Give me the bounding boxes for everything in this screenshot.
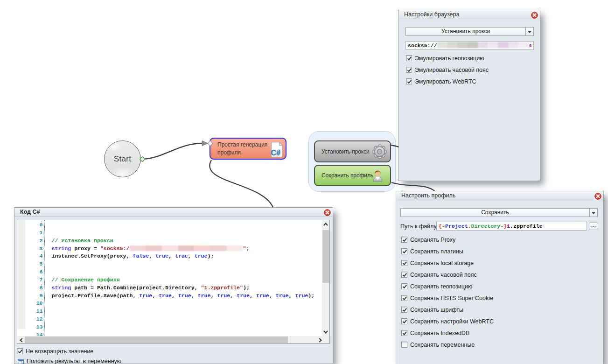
panel-title: Код C#: [20, 208, 40, 217]
browser-settings-panel: Настройки браузера Установить прокси soc…: [398, 10, 540, 181]
checkbox-label: Сохранять переменные: [410, 342, 475, 348]
dropdown-arrow-box[interactable]: [525, 28, 533, 35]
horizontal-scrollbar-thumb[interactable]: [25, 336, 288, 343]
save-dropdown-button[interactable]: Сохранить: [400, 208, 598, 217]
profile-checkbox-2[interactable]: Сохранять local storage: [401, 257, 494, 269]
vertical-scrollbar-thumb[interactable]: [322, 230, 329, 283]
chevron-down-icon: [592, 212, 595, 214]
code-line: // Установка прокси: [52, 237, 315, 245]
profile-checkbox-3[interactable]: Сохранять часовой пояс: [401, 269, 494, 280]
line-number: 13: [17, 323, 43, 331]
checkbox-unchecked-icon[interactable]: [401, 342, 407, 348]
no-return-value-checkbox[interactable]: Не возвращать значение: [17, 345, 93, 357]
person-icon: [372, 169, 383, 182]
checkbox-label: Сохранять IndexedDB: [410, 330, 469, 336]
vertical-scrollbar[interactable]: [322, 220, 329, 336]
code-token: ,: [269, 293, 276, 299]
checkbox-checked-icon[interactable]: [401, 283, 407, 289]
action-label-line2: профиля: [217, 149, 241, 156]
checkbox-checked-icon[interactable]: [401, 237, 407, 243]
code-token: string: [52, 285, 71, 291]
code-token: false: [133, 253, 149, 259]
code-token: string: [52, 245, 71, 252]
code-token: ,: [168, 253, 175, 259]
profile-checkbox-7[interactable]: Сохранять настройки WebRTC: [401, 315, 494, 327]
checkbox-checked-icon[interactable]: [401, 260, 407, 266]
checkbox-checked-icon[interactable]: [401, 248, 407, 254]
checkbox-checked-icon[interactable]: [406, 78, 412, 84]
panel-title: Настройки браузера: [404, 10, 459, 19]
browser-settings-checkbox-list: Эмулировать геопозициюЭмулировать часово…: [406, 52, 489, 87]
dropdown-arrow-box[interactable]: [589, 209, 597, 217]
browser-checkbox-2[interactable]: Эмулировать WebRTC: [406, 76, 489, 87]
profile-checkbox-9[interactable]: Сохранять переменные: [401, 339, 494, 350]
profile-settings-titlebar[interactable]: Настроить профиль: [396, 191, 603, 200]
checkbox-label: Не возвращать значение: [26, 348, 93, 355]
result-row-label: Положить результат в переменную: [27, 358, 121, 364]
code-token: "socks5:/: [100, 245, 130, 252]
scroll-down-icon[interactable]: [323, 330, 328, 334]
proxy-url-field[interactable]: socks5://4:: [405, 41, 534, 50]
code-editor[interactable]: 01234567891011121314 // Установка прокси…: [17, 220, 330, 344]
code-token: true: [256, 293, 269, 299]
scroll-up-icon[interactable]: [323, 222, 328, 226]
checkbox-checked-icon[interactable]: [401, 307, 407, 313]
line-number: 7: [17, 276, 43, 284]
code-line: project.Profile.Save(path, true, true, t…: [52, 292, 315, 300]
checkbox-checked-icon[interactable]: [17, 348, 23, 354]
checkbox-label: Эмулировать геопозицию: [415, 55, 484, 62]
checkbox-checked-icon[interactable]: [401, 295, 407, 301]
profile-checkbox-0[interactable]: Сохранять Proxy: [401, 234, 494, 245]
browser-settings-titlebar[interactable]: Настройки браузера: [399, 10, 540, 19]
profile-checkbox-1[interactable]: Сохранять плагины: [401, 245, 494, 257]
no-return-value-checkbox[interactable]: Не возвращать значение: [17, 345, 93, 357]
code-line: [52, 221, 315, 229]
dropdown-button-label: Сохранить: [401, 209, 589, 217]
browser-checkbox-1[interactable]: Эмулировать часовой пояс: [406, 64, 489, 76]
profile-checkbox-list: Сохранять ProxyСохранять плагиныСохранят…: [401, 234, 494, 350]
scroll-left-icon[interactable]: [19, 337, 23, 343]
panel-title: Настроить профиль: [401, 191, 455, 200]
action-button-set-proxy[interactable]: Установить прокси: [314, 140, 391, 162]
code-text: // Установка проксиstring proxy = "socks…: [52, 221, 315, 339]
checkbox-checked-icon[interactable]: [401, 272, 407, 278]
browse-button[interactable]: ...: [589, 222, 598, 230]
profile-checkbox-6[interactable]: Сохранять шрифты: [401, 304, 494, 315]
code-token: true: [139, 293, 152, 299]
code-panel-titlebar[interactable]: Код C#: [14, 208, 333, 217]
action-button-save-profile[interactable]: Сохранить профиль: [314, 165, 391, 186]
proxy-prefix: socks5://: [408, 42, 437, 49]
code-token: project.Profile.Save(path,: [52, 293, 140, 299]
code-line: string proxy = "socks5:/";: [52, 245, 315, 253]
checkbox-checked-icon[interactable]: [406, 55, 412, 61]
horizontal-scrollbar[interactable]: [17, 336, 329, 343]
browser-checkbox-0[interactable]: Эмулировать геопозицию: [406, 52, 489, 64]
redacted-code-segment: [130, 245, 243, 251]
profile-checkbox-5[interactable]: Сохранять HSTS Super Cookie: [401, 292, 494, 304]
close-icon[interactable]: [594, 193, 601, 200]
action-box-profile-generation[interactable]: Простая генерацияпрофиля C#: [210, 138, 287, 160]
path-field-label: Путь к файлу: [400, 223, 437, 230]
profile-checkbox-4[interactable]: Сохранять геопозицию: [401, 280, 494, 292]
set-proxy-dropdown-button[interactable]: Установить прокси: [405, 27, 534, 36]
code-token: // Сохранение профиля: [52, 277, 120, 283]
code-line: [52, 323, 315, 331]
code-token: "1.zpprofile": [201, 285, 243, 291]
scroll-right-icon[interactable]: [318, 337, 322, 343]
checkbox-checked-icon[interactable]: [401, 318, 407, 324]
code-token: true: [159, 293, 172, 299]
code-token: ,: [289, 293, 295, 299]
checkbox-label: Сохранять Proxy: [410, 237, 455, 243]
line-numbers: 01234567891011121314: [17, 221, 43, 339]
close-icon[interactable]: [324, 209, 331, 216]
close-icon[interactable]: [531, 12, 538, 19]
code-line: [52, 308, 315, 315]
code-token: proxy =: [71, 245, 100, 252]
profile-checkbox-8[interactable]: Сохранять IndexedDB: [401, 327, 494, 339]
code-token: ,: [230, 293, 237, 299]
checkbox-checked-icon[interactable]: [401, 330, 407, 336]
checkbox-checked-icon[interactable]: [406, 67, 412, 73]
start-node[interactable]: Start: [104, 140, 141, 177]
profile-path-field[interactable]: {-Project.Directory-}1.zpprofile: [436, 222, 587, 231]
line-number: 11: [17, 308, 43, 315]
